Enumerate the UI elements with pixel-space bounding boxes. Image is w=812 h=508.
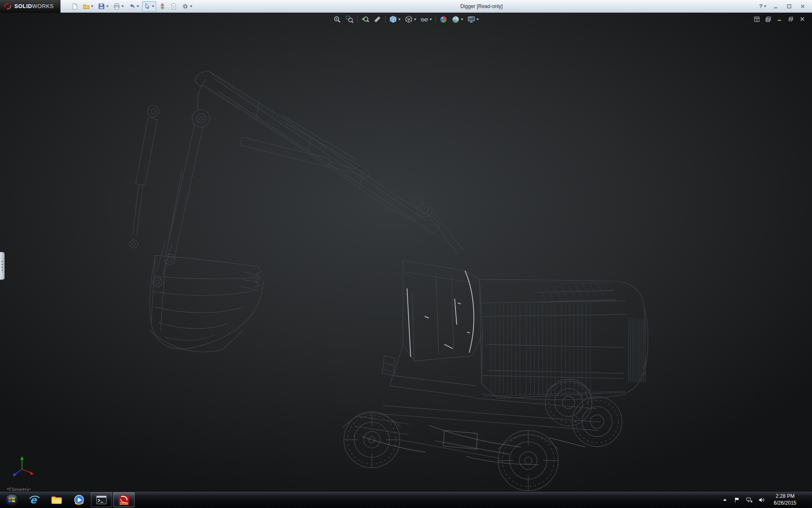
apply-scene-button[interactable] [451,15,464,24]
window-controls: ? [759,3,812,10]
new-document-icon [71,3,78,10]
undo-button[interactable] [127,1,141,11]
previous-view-icon [361,15,370,24]
feature-panel-handle[interactable] [0,252,5,280]
solidworks-badge-text: 2015 [120,501,128,505]
new-document-button[interactable] [70,1,80,11]
media-player-icon [73,494,85,506]
brand-text: SOLIDWORKS [14,3,54,9]
display-style-icon [405,15,413,24]
taskbar-items: e [24,491,134,508]
tile-windows-button[interactable] [753,16,760,22]
action-center-button[interactable] [733,496,741,504]
clock-date: 6/26/2015 [774,500,796,507]
minimize-button[interactable] [771,3,780,10]
file-properties-icon [170,3,177,10]
open-dropdown-caret [91,6,93,7]
network-button[interactable] [746,496,753,504]
solidworks-app-icon: 2015 [118,494,130,506]
view-settings-icon [467,15,476,24]
hidden-icons-button[interactable] [721,496,729,504]
zoom-to-fit-button[interactable] [333,15,342,24]
rebuild-button[interactable] [157,1,167,11]
zoom-to-area-button[interactable] [345,15,354,24]
options-gear-icon [182,3,189,10]
open-button[interactable] [81,1,95,11]
volume-speaker-icon [758,497,765,503]
orientation-triad [12,453,36,478]
document-minimize-icon [777,17,782,22]
clock-time: 2:28 PM [774,493,796,500]
maximize-button[interactable] [785,3,793,10]
select-cursor-icon [144,3,151,10]
heads-up-view-toolbar [333,15,480,24]
view-orientation-button[interactable] [389,15,401,24]
solidworks-logo: SOLIDWORKS [0,0,60,13]
apply-scene-icon [452,15,460,24]
save-dropdown-caret [106,6,109,7]
document-title: Digger [Read-only] [461,3,503,9]
cascade-windows-icon [765,17,771,22]
file-properties-button[interactable] [169,1,179,11]
zoom-to-area-icon [346,15,354,24]
print-dropdown-caret [121,6,124,7]
save-icon [98,3,105,10]
volume-button[interactable] [758,496,765,504]
maximize-icon [787,4,792,9]
print-button[interactable] [112,1,126,11]
solidworks-logo-icon [3,2,12,11]
hide-show-items-button[interactable] [420,15,433,24]
close-icon [800,4,805,9]
taskbar-item-command-prompt[interactable] [91,492,112,507]
section-view-icon [373,15,382,24]
display-style-caret [414,19,417,20]
main-toolbar [70,1,194,11]
previous-view-button[interactable] [361,15,370,24]
help-dropdown-caret [764,6,766,7]
title-bar: SOLIDWORKS [0,0,812,13]
hud-separator [436,16,436,23]
select-tool-button[interactable] [142,1,156,11]
display-style-button[interactable] [404,15,417,24]
options-dropdown-caret [190,6,192,7]
document-window-controls [753,16,806,22]
close-button[interactable] [798,3,807,10]
command-prompt-icon [96,494,107,506]
document-minimize-button[interactable] [776,16,783,22]
apply-scene-caret [461,19,464,20]
options-button[interactable] [180,1,194,11]
undo-dropdown-caret [137,6,139,7]
taskbar-item-internet-explorer[interactable]: e [24,492,45,507]
document-restore-button[interactable] [787,16,795,22]
graphics-viewport: *Dimetric [0,13,812,491]
view-orientation-cube-icon [389,15,398,24]
taskbar-item-windows-explorer[interactable] [46,492,67,507]
chevron-up-icon [723,499,727,501]
system-tray: 2:28 PM 6/26/2015 [721,491,812,508]
view-orientation-label: *Dimetric [7,486,31,491]
windows-start-orb-icon [5,493,19,507]
folder-explorer-icon [51,494,63,506]
undo-icon [129,3,135,10]
view-orientation-caret [398,19,401,20]
help-button[interactable]: ? [759,3,766,9]
start-button[interactable] [0,491,24,508]
save-button[interactable] [96,1,110,11]
cascade-windows-button[interactable] [764,16,772,22]
document-close-icon [800,17,805,22]
taskbar-item-solidworks[interactable]: 2015 [113,492,134,507]
view-settings-button[interactable] [467,15,480,24]
open-icon [83,3,90,10]
edit-appearance-ball-icon [439,15,448,24]
taskbar-clock[interactable]: 2:28 PM 6/26/2015 [770,493,800,506]
graphics-area-wireframe-digger[interactable] [0,13,812,491]
hud-separator [357,16,358,23]
view-settings-caret [477,19,479,20]
taskbar-item-media-player[interactable] [69,492,90,507]
minimize-icon [773,4,778,9]
select-dropdown-caret [152,6,154,7]
rebuild-icon [159,3,166,10]
document-close-button[interactable] [798,16,806,22]
edit-appearance-button[interactable] [439,15,448,24]
section-view-button[interactable] [373,15,382,24]
